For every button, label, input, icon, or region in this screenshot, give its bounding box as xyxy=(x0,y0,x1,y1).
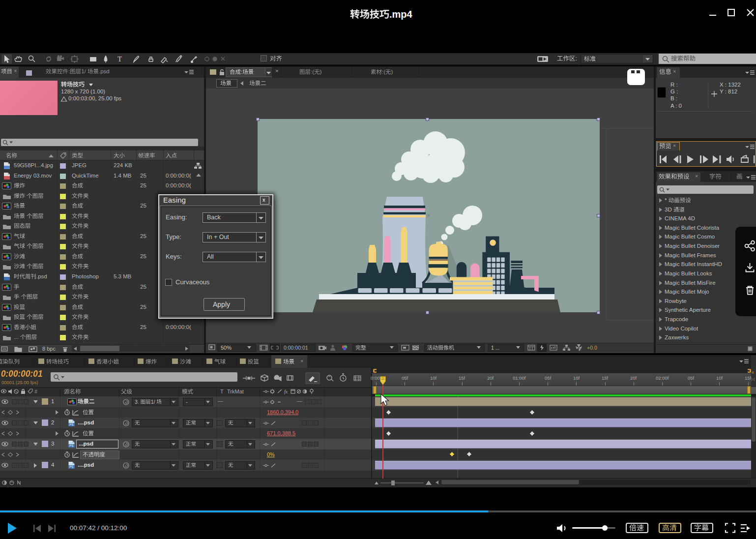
svg-text:.psd: .psd xyxy=(36,273,47,279)
svg-text:Video Copilot: Video Copilot xyxy=(665,326,698,331)
svg-text::(: :( xyxy=(382,69,385,75)
svg-text:*: * xyxy=(665,197,667,203)
svg-text:-: - xyxy=(186,399,188,405)
svg-text:3D: 3D xyxy=(665,207,672,212)
svg-text:Magic Bullet Cosmo: Magic Bullet Cosmo xyxy=(665,234,715,240)
svg-text:Rowbyte: Rowbyte xyxy=(665,298,687,304)
svg-text:.mp4: .mp4 xyxy=(389,9,413,20)
svg-text:Energy 03.mov: Energy 03.mov xyxy=(14,173,52,179)
svg-text:Magic Bullet Frames: Magic Bullet Frames xyxy=(665,252,716,258)
svg-text:Magic Bullet Mojo: Magic Bullet Mojo xyxy=(665,289,709,295)
svg-text::(: :( xyxy=(311,69,314,75)
svg-text:PS: PS xyxy=(69,465,74,469)
svg-text:.psd: .psd xyxy=(99,68,110,74)
svg-text:Magic Bullet InstantHD: Magic Bullet InstantHD xyxy=(665,261,722,267)
svg-text:Trapcode: Trapcode xyxy=(665,316,688,322)
svg-text:1/: 1/ xyxy=(151,399,155,405)
svg-text:3.: 3. xyxy=(135,399,139,405)
svg-text:...: ... xyxy=(14,334,19,340)
svg-text:PS: PS xyxy=(69,423,74,426)
svg-text:Synthetic Aperture: Synthetic Aperture xyxy=(665,307,711,313)
svg-text:Zaxwerks: Zaxwerks xyxy=(665,334,689,340)
svg-text:): ) xyxy=(391,69,393,75)
svg-text::: : xyxy=(241,69,242,75)
svg-text:....psd: ....psd xyxy=(78,462,94,468)
svg-text:...psd: ...psd xyxy=(79,441,93,447)
svg-text:QuickTime: QuickTime xyxy=(72,173,99,179)
svg-text:....psd: ....psd xyxy=(78,419,94,425)
svg-text:JPEG: JPEG xyxy=(72,162,87,168)
svg-text:Magic Bullet MisFire: Magic Bullet MisFire xyxy=(665,280,716,286)
svg-text:#: # xyxy=(34,389,38,394)
svg-text::: : xyxy=(68,68,70,74)
svg-text:PS: PS xyxy=(69,444,74,448)
svg-text:fx: fx xyxy=(284,389,288,394)
svg-text:Photoshop: Photoshop xyxy=(72,273,99,279)
svg-text:Magic Bullet Colorista: Magic Bullet Colorista xyxy=(665,225,720,231)
svg-text:59G58PI...4.jpg: 59G58PI...4.jpg xyxy=(14,162,53,168)
svg-text:CINEMA 4D: CINEMA 4D xyxy=(665,215,695,221)
svg-text:Magic Bullet Looks: Magic Bullet Looks xyxy=(665,270,712,276)
svg-text:): ) xyxy=(320,69,322,75)
svg-text:1/: 1/ xyxy=(81,68,86,74)
svg-text:Magic Bullet Denoiser: Magic Bullet Denoiser xyxy=(665,243,720,249)
svg-text:T: T xyxy=(117,55,122,63)
svg-text::: : xyxy=(576,55,577,62)
